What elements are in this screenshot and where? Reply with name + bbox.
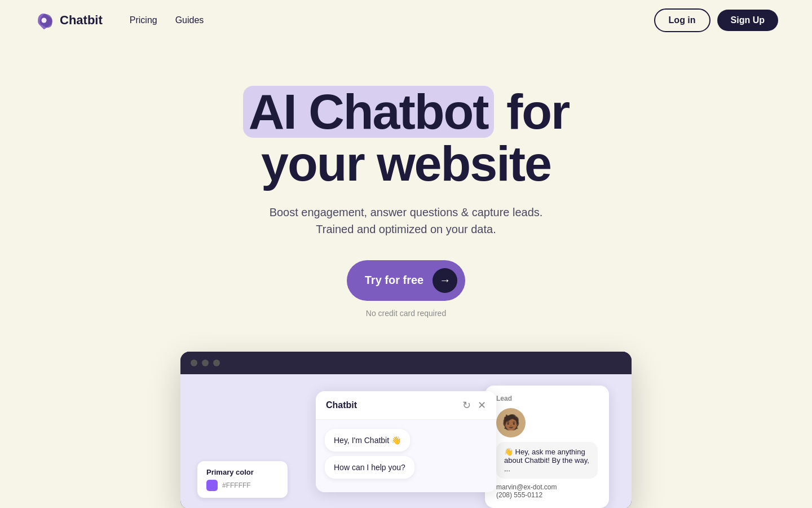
lead-email: marvin@ex-dot.com <box>496 483 598 491</box>
hero-subtitle: Boost engagement, answer questions & cap… <box>265 204 547 238</box>
dot-green <box>213 360 220 366</box>
logo[interactable]: Chatbit <box>34 10 103 30</box>
navigation: Chatbit Pricing Guides Log in Sign Up <box>0 0 812 41</box>
close-icon[interactable]: ✕ <box>478 399 486 411</box>
chatbot-panel-title: Chatbit <box>326 400 357 410</box>
color-swatch <box>206 480 218 491</box>
hero-title: AI Chatbot foryour website <box>243 86 570 190</box>
color-picker-label: Primary color <box>206 468 279 476</box>
dot-yellow <box>202 360 209 366</box>
signup-button[interactable]: Sign Up <box>717 10 778 31</box>
color-swatch-row: #FFFFFF <box>206 480 279 491</box>
logo-icon <box>34 10 54 30</box>
nav-guides[interactable]: Guides <box>175 15 204 25</box>
chatbot-header: Chatbit ↻ ✕ <box>316 391 496 420</box>
lead-card: Lead 🧑🏾 👋 Hey, ask me anything about Cha… <box>485 386 609 508</box>
lead-badge: Lead <box>496 395 598 402</box>
browser-section: Primary color #FFFFFF Chatbit ↻ ✕ Hey, I… <box>0 352 812 508</box>
chatbot-messages: Hey, I'm Chatbit 👋 How can I help you? <box>316 420 496 492</box>
logo-text: Chatbit <box>60 13 103 28</box>
chat-bubble-2: How can I help you? <box>325 456 414 479</box>
svg-point-0 <box>42 18 47 23</box>
nav-pricing[interactable]: Pricing <box>130 15 157 25</box>
nav-links: Pricing Guides <box>130 15 204 25</box>
hero-title-highlight: AI Chatbot <box>243 86 494 138</box>
refresh-icon[interactable]: ↻ <box>462 399 471 411</box>
lead-avatar: 🧑🏾 <box>496 408 526 437</box>
browser-titlebar <box>180 352 632 374</box>
lead-chat-preview: 👋 Hey, ask me anything about Chatbit! By… <box>496 442 598 479</box>
browser-body: Primary color #FFFFFF Chatbit ↻ ✕ Hey, I… <box>180 374 632 508</box>
chat-bubble-1: Hey, I'm Chatbit 👋 <box>325 429 410 452</box>
lead-contact: marvin@ex-dot.com (208) 555-0112 <box>496 483 598 499</box>
lead-phone: (208) 555-0112 <box>496 491 598 499</box>
arrow-icon: → <box>433 268 457 293</box>
chatbot-header-icons: ↻ ✕ <box>462 399 486 411</box>
dot-red <box>191 360 197 366</box>
color-picker-card: Primary color #FFFFFF <box>197 461 288 498</box>
try-for-free-button[interactable]: Try for free → <box>347 260 465 301</box>
color-hex: #FFFFFF <box>222 481 251 489</box>
hero-section: AI Chatbot foryour website Boost engagem… <box>0 41 812 352</box>
nav-actions: Log in Sign Up <box>654 8 778 32</box>
login-button[interactable]: Log in <box>654 8 710 32</box>
browser-window: Primary color #FFFFFF Chatbit ↻ ✕ Hey, I… <box>180 352 632 508</box>
try-for-free-label: Try for free <box>365 274 423 287</box>
no-credit-card-note: No credit card required <box>366 309 446 318</box>
chatbot-panel: Chatbit ↻ ✕ Hey, I'm Chatbit 👋 How can I… <box>316 391 496 492</box>
